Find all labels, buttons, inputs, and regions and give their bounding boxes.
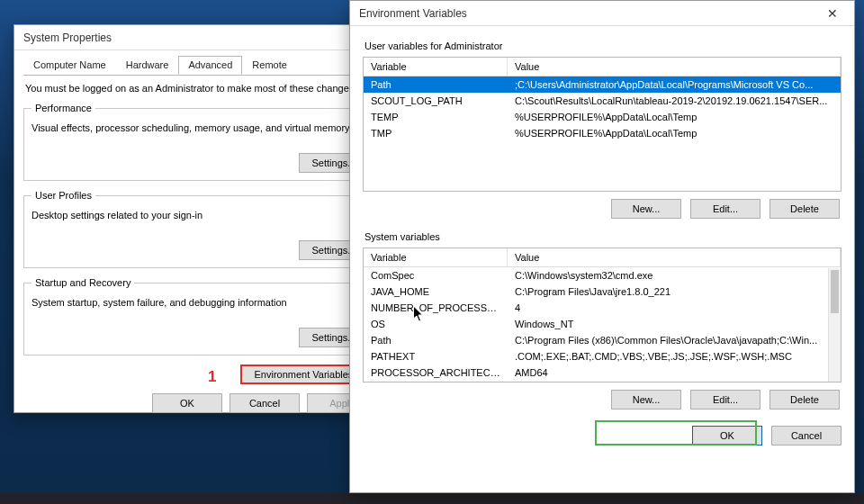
environment-variables-window: Environment Variables ✕ User variables f… (349, 0, 855, 493)
cell-value: %USERPROFILE%\AppData\Local\Temp (508, 109, 841, 125)
cell-value: C:\Program Files (x86)\Common Files\Orac… (508, 332, 828, 348)
cell-variable: JAVA_HOME (364, 284, 508, 300)
annotation-highlight (595, 420, 757, 446)
cell-variable: SCOUT_LOG_PATH (364, 93, 508, 109)
list-header: Variable Value (364, 248, 841, 267)
table-row[interactable]: PATHEXT.COM;.EXE;.BAT;.CMD;.VBS;.VBE;.JS… (364, 348, 828, 364)
startup-recovery-legend: Startup and Recovery (32, 277, 134, 288)
cell-variable: PROCESSOR_ARCHITECTURE (364, 364, 508, 381)
tab-computer-name[interactable]: Computer Name (23, 56, 116, 75)
cancel-button[interactable]: Cancel (771, 426, 842, 446)
annotation-number: 1 (208, 368, 216, 386)
tab-remote[interactable]: Remote (242, 56, 297, 75)
cell-variable: TMP (364, 125, 508, 141)
system-delete-button[interactable]: Delete (770, 390, 840, 410)
system-variables-label: System variables (364, 231, 842, 242)
cell-variable: TEMP (364, 109, 508, 125)
col-value[interactable]: Value (508, 58, 841, 76)
ok-button[interactable]: OK (152, 393, 222, 413)
user-profiles-desc: Desktop settings related to your sign-in (32, 210, 369, 220)
close-icon[interactable]: ✕ (816, 3, 849, 24)
table-row[interactable]: PROCESSOR_ARCHITECTUREAMD64 (364, 364, 828, 381)
user-edit-button[interactable]: Edit... (690, 199, 760, 219)
table-row[interactable]: Path;C:\Users\Administrator\AppData\Loca… (364, 76, 841, 93)
tab-strip: Computer Name Hardware Advanced Remote (23, 56, 377, 76)
table-row[interactable]: ComSpecC:\Windows\system32\cmd.exe (364, 267, 828, 284)
taskbar[interactable] (0, 493, 864, 504)
col-variable[interactable]: Variable (364, 248, 508, 266)
tab-advanced[interactable]: Advanced (178, 56, 242, 75)
tab-hardware[interactable]: Hardware (116, 56, 179, 75)
cell-variable: NUMBER_OF_PROCESSORS (364, 300, 508, 316)
cell-variable: OS (364, 316, 508, 332)
table-row[interactable]: NUMBER_OF_PROCESSORS4 (364, 300, 828, 316)
table-row[interactable]: SCOUT_LOG_PATHC:\Scout\Results\LocalRun\… (364, 93, 841, 109)
user-profiles-legend: User Profiles (32, 190, 95, 201)
scrollbar[interactable] (828, 268, 841, 382)
window-title: Environment Variables (359, 7, 467, 20)
titlebar[interactable]: System Properties ✕ (14, 25, 386, 50)
user-variables-label: User variables for Administrator (364, 40, 842, 51)
cell-value: %USERPROFILE%\AppData\Local\Temp (508, 125, 841, 141)
cell-value: .COM;.EXE;.BAT;.CMD;.VBS;.VBE;.JS;.JSE;.… (508, 348, 828, 364)
window-title: System Properties (23, 32, 112, 44)
startup-recovery-desc: System startup, system failure, and debu… (32, 297, 369, 308)
cell-value: C:\Program Files\Java\jre1.8.0_221 (508, 284, 828, 300)
cell-variable: ComSpec (364, 267, 508, 284)
scrollbar-thumb[interactable] (831, 270, 839, 313)
system-properties-window: System Properties ✕ Computer Name Hardwa… (14, 24, 387, 413)
user-variables-list[interactable]: Variable Value Path;C:\Users\Administrat… (363, 57, 842, 192)
system-new-button[interactable]: New... (611, 390, 681, 410)
system-variables-list[interactable]: Variable Value ComSpecC:\Windows\system3… (363, 248, 842, 382)
table-row[interactable]: OSWindows_NT (364, 316, 828, 332)
performance-desc: Visual effects, processor scheduling, me… (32, 122, 369, 133)
cell-value: ;C:\Users\Administrator\AppData\Local\Pr… (508, 76, 841, 93)
user-delete-button[interactable]: Delete (770, 199, 840, 219)
cell-value: C:\Windows\system32\cmd.exe (508, 267, 828, 284)
cell-variable: Path (364, 332, 508, 348)
startup-recovery-group: Startup and Recovery System startup, sys… (23, 277, 377, 356)
cell-variable: Path (364, 76, 508, 93)
cell-value: AMD64 (508, 364, 828, 381)
cell-value: Windows_NT (508, 316, 828, 332)
cell-variable: PATHEXT (364, 348, 508, 364)
cancel-button[interactable]: Cancel (230, 393, 300, 413)
performance-group: Performance Visual effects, processor sc… (23, 103, 377, 181)
col-value[interactable]: Value (508, 248, 841, 266)
user-new-button[interactable]: New... (611, 199, 681, 219)
table-row[interactable]: PathC:\Program Files (x86)\Common Files\… (364, 332, 828, 348)
admin-note: You must be logged on as an Administrato… (25, 83, 377, 94)
titlebar[interactable]: Environment Variables ✕ (350, 1, 854, 26)
system-edit-button[interactable]: Edit... (690, 390, 760, 410)
cell-value: C:\Scout\Results\LocalRun\tableau-2019-2… (508, 93, 841, 109)
table-row[interactable]: TMP%USERPROFILE%\AppData\Local\Temp (364, 125, 841, 141)
performance-legend: Performance (32, 103, 95, 113)
table-row[interactable]: JAVA_HOMEC:\Program Files\Java\jre1.8.0_… (364, 284, 828, 300)
col-variable[interactable]: Variable (364, 58, 508, 76)
list-header: Variable Value (364, 58, 841, 76)
table-row[interactable]: TEMP%USERPROFILE%\AppData\Local\Temp (364, 109, 841, 125)
user-profiles-group: User Profiles Desktop settings related t… (23, 190, 377, 268)
cell-value: 4 (508, 300, 828, 316)
